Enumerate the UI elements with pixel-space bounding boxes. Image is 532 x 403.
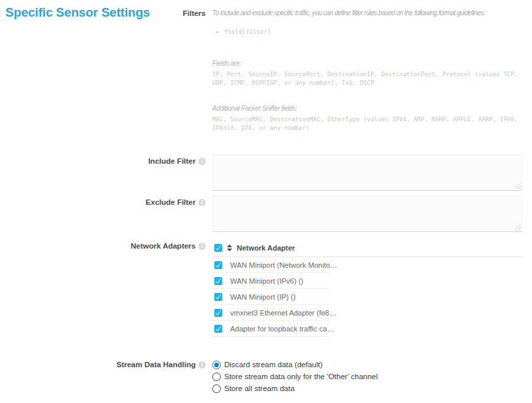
adapter-name: WAN Miniport (IP) () — [230, 293, 296, 301]
include-filter-label: Include Filter — [148, 157, 196, 166]
info-icon[interactable]: i — [198, 361, 206, 369]
fields-list-text: IP, Port, SourceIP, SourcePort, Destinat… — [212, 70, 525, 87]
table-row: vmxnet3 Ethernet Adapter (fe8… — [212, 305, 330, 321]
stream-data-handling-label: Stream Data Handling — [117, 361, 196, 369]
info-icon[interactable]: i — [198, 243, 206, 250]
network-adapters-label: Network Adapters — [131, 242, 196, 251]
exclude-filter-content — [212, 196, 525, 232]
network-adapters-label-cell: Network Adapters i — [0, 239, 206, 251]
network-adapters-table: Network Adapter WAN Miniport (Network Mo… — [212, 239, 525, 337]
exclude-filter-row: Exclude Filter i — [0, 196, 532, 232]
filters-help-content: To include and exclude specific traffic,… — [212, 9, 525, 133]
stream-data-handling-label-cell: Stream Data Handling i — [0, 359, 206, 369]
exclude-filter-label: Exclude Filter — [146, 198, 196, 207]
adapter-column-header[interactable]: Network Adapter — [237, 244, 295, 252]
info-icon[interactable]: i — [198, 199, 206, 206]
sort-down-arrow-icon — [227, 249, 232, 251]
table-row: WAN Miniport (Network Monito… — [212, 257, 330, 273]
radio-option: Discard stream data (default) — [212, 359, 525, 371]
adapter-name: WAN Miniport (IPv6) () — [230, 277, 303, 285]
include-filter-content — [212, 154, 525, 191]
adapter-checkbox[interactable] — [214, 309, 222, 317]
stream-data-handling-row: Stream Data Handling i Discard stream da… — [0, 359, 532, 394]
filter-format-item: field[filter] — [224, 28, 525, 36]
radio-option-label: Discard stream data (default) — [224, 360, 322, 369]
filters-label: Filters — [182, 9, 206, 18]
exclude-filter-label-cell: Exclude Filter i — [0, 196, 206, 207]
include-filter-textarea[interactable] — [212, 154, 522, 191]
radio-option-label: Store all stream data — [224, 384, 295, 393]
store-all-stream-radio[interactable] — [212, 384, 221, 393]
include-filter-row: Include Filter i — [0, 154, 532, 191]
discard-stream-radio[interactable] — [212, 361, 221, 369]
store-other-channel-radio[interactable] — [212, 373, 221, 381]
select-all-checkbox[interactable] — [214, 244, 222, 252]
adapter-checkbox[interactable] — [214, 261, 222, 269]
adapter-name: vmxnet3 Ethernet Adapter (fe8… — [230, 309, 336, 317]
sort-up-arrow-icon — [227, 245, 232, 247]
filters-guide-text: To include and exclude specific traffic,… — [212, 9, 525, 17]
radio-option-label: Store stream data only for the 'Other' c… — [224, 372, 377, 381]
additional-fields-text: MAC, SourceMAC, DestinationMAC, EtherTyp… — [212, 115, 525, 133]
sort-icon[interactable] — [226, 245, 233, 251]
info-icon[interactable]: i — [198, 158, 206, 165]
fields-are-label: Fields are: — [212, 59, 525, 68]
adapter-checkbox[interactable] — [214, 325, 222, 333]
filters-row: Filters To include and exclude specific … — [0, 9, 532, 133]
adapter-checkbox[interactable] — [214, 277, 222, 285]
adapter-name: WAN Miniport (Network Monito… — [230, 261, 338, 269]
adapter-checkbox[interactable] — [214, 293, 222, 301]
exclude-filter-textarea[interactable] — [212, 196, 522, 232]
specific-sensor-settings-page: Specific Sensor Settings Filters To incl… — [0, 0, 532, 403]
network-adapters-row: Network Adapters i Network Adapter WAN M… — [0, 239, 532, 337]
adapter-name: Adapter for loopback traffic ca… — [230, 325, 334, 333]
additional-fields-label: Additional Packet Sniffer fields: — [212, 104, 525, 113]
table-row: WAN Miniport (IP) () — [212, 289, 330, 305]
table-row: Adapter for loopback traffic ca… — [212, 321, 330, 337]
stream-data-handling-options: Discard stream data (default) Store stre… — [212, 359, 525, 394]
radio-option: Store stream data only for the 'Other' c… — [212, 371, 525, 382]
filter-format-list: field[filter] — [216, 28, 525, 36]
filters-label-cell: Filters — [0, 9, 206, 18]
adapter-table-header: Network Adapter — [212, 239, 522, 257]
include-filter-label-cell: Include Filter i — [0, 154, 206, 166]
radio-option: Store all stream data — [212, 382, 525, 394]
table-row: WAN Miniport (IPv6) () — [212, 273, 330, 289]
